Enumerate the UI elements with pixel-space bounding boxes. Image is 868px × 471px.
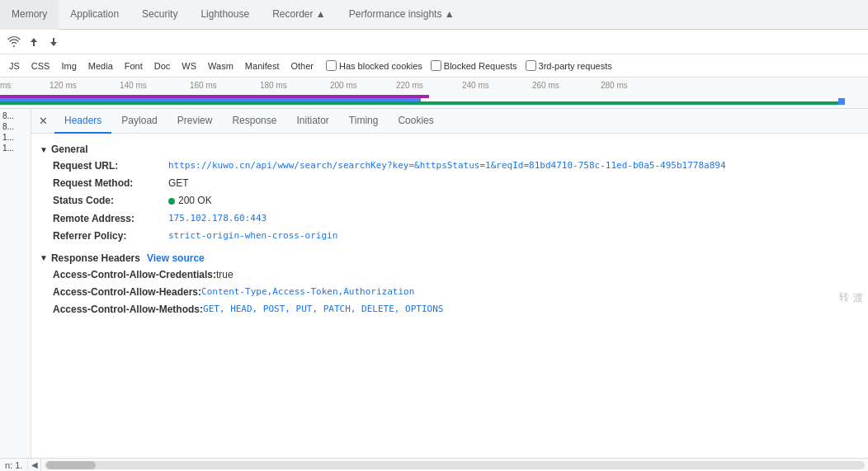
field-value-remote-address: 175.102.178.60:443 xyxy=(168,211,267,227)
field-value-allow-methods: GET, HEAD, POST, PUT, PATCH, DELETE, OPT… xyxy=(203,302,443,318)
timeline: ms 120 ms 140 ms 160 ms 180 ms 200 ms 22… xyxy=(0,78,868,109)
field-value-request-url[interactable]: https://kuwo.cn/api/www/search/searchKey… xyxy=(168,158,726,174)
general-section-header[interactable]: ▼ General xyxy=(40,144,860,155)
field-allow-headers: Access-Control-Allow-Headers: Content-Ty… xyxy=(40,285,860,300)
response-section-label: Response Headers xyxy=(51,252,140,264)
field-referrer-policy: Referrer Policy: strict-origin-when-cros… xyxy=(40,228,860,244)
tab-initiator[interactable]: Initiator xyxy=(286,109,338,134)
field-allow-methods: Access-Control-Allow-Methods: GET, HEAD,… xyxy=(40,302,860,318)
request-item-4[interactable]: 1... xyxy=(0,143,31,153)
detail-panel: ✕ Headers Payload Preview Response Initi… xyxy=(31,109,868,458)
tab-recorder[interactable]: Recorder ▲ xyxy=(261,0,337,30)
top-tabs: Memory Application Security Lighthouse R… xyxy=(0,0,868,30)
request-item-1[interactable]: 8... xyxy=(0,111,31,121)
tab-cookies[interactable]: Cookies xyxy=(388,109,443,134)
upload-icon[interactable] xyxy=(26,35,41,49)
field-label-remote-address: Remote Address: xyxy=(53,211,168,227)
general-section-label: General xyxy=(51,144,88,155)
download-icon[interactable] xyxy=(46,35,61,49)
timeline-label-260: 260 ms xyxy=(532,81,559,90)
response-arrow-icon: ▼ xyxy=(40,253,48,262)
wifi-icon[interactable] xyxy=(7,35,21,49)
field-value-request-method: GET xyxy=(168,176,189,191)
filter-media[interactable]: Media xyxy=(84,60,117,72)
content-area: 8... 8... 1... 1... ✕ Headers Payload Pr… xyxy=(0,109,868,458)
field-status-code: Status Code: 200 OK xyxy=(40,193,860,209)
timeline-label-280: 280 ms xyxy=(601,81,628,90)
timeline-label-160: 160 ms xyxy=(190,81,217,90)
tab-application[interactable]: Application xyxy=(59,0,130,30)
status-code-text: 200 OK xyxy=(178,193,212,209)
response-section-header[interactable]: ▼ Response Headers View source xyxy=(40,252,860,264)
request-item-2[interactable]: 8... xyxy=(0,121,31,132)
timeline-label-140: 140 ms xyxy=(120,81,147,90)
field-label-allow-headers: Access-Control-Allow-Headers: xyxy=(53,285,201,300)
timeline-label-220: 220 ms xyxy=(396,81,423,90)
filter-font[interactable]: Font xyxy=(120,60,147,72)
tab-timing[interactable]: Timing xyxy=(339,109,389,134)
tab-preview[interactable]: Preview xyxy=(167,109,223,134)
field-request-method: Request Method: GET xyxy=(40,176,860,191)
tab-performance-insights[interactable]: Performance insights ▲ xyxy=(337,0,466,30)
filter-doc[interactable]: Doc xyxy=(150,60,175,72)
field-label-allow-methods: Access-Control-Allow-Methods: xyxy=(53,302,203,318)
bottom-bar: n: 1. ◀ xyxy=(0,458,868,471)
tab-security[interactable]: Security xyxy=(130,0,189,30)
scroll-left-button[interactable]: ◀ xyxy=(28,459,41,472)
timeline-label-120: 120 ms xyxy=(50,81,77,90)
field-label-request-method: Request Method: xyxy=(53,176,168,191)
main-area: JS CSS Img Media Font Doc WS Wasm Manife… xyxy=(0,30,868,471)
field-label-allow-credentials: Access-Control-Allow-Credentials: xyxy=(53,267,216,283)
general-arrow-icon: ▼ xyxy=(40,145,48,154)
field-value-referrer-policy: strict-origin-when-cross-origin xyxy=(168,228,337,244)
timeline-bar-area xyxy=(0,97,868,108)
close-detail-button[interactable]: ✕ xyxy=(35,113,51,130)
checkbox-blocked-requests[interactable]: Blocked Requests xyxy=(431,60,517,71)
field-remote-address: Remote Address: 175.102.178.60:443 xyxy=(40,211,860,227)
tab-payload[interactable]: Payload xyxy=(111,109,167,134)
filter-manifest[interactable]: Manifest xyxy=(241,60,284,72)
scrollbar-track[interactable] xyxy=(45,461,865,469)
status-dot-icon xyxy=(168,198,175,205)
checkbox-third-party[interactable]: 3rd-party requests xyxy=(526,60,612,71)
tab-response[interactable]: Response xyxy=(222,109,286,134)
tab-lighthouse[interactable]: Lighthouse xyxy=(189,0,261,30)
field-value-allow-headers: Content-Type,Access-Token,Authorization xyxy=(201,285,414,300)
filter-other[interactable]: Other xyxy=(286,60,318,72)
timeline-label-240: 240 ms xyxy=(462,81,489,90)
scrollbar-thumb[interactable] xyxy=(46,461,96,469)
request-sidebar: 8... 8... 1... 1... xyxy=(0,109,31,458)
view-source-link[interactable]: View source xyxy=(147,252,205,264)
field-request-url: Request URL: https://kuwo.cn/api/www/sea… xyxy=(40,158,860,174)
timeline-bar-green xyxy=(0,101,843,105)
filter-img[interactable]: Img xyxy=(57,60,80,72)
field-value-allow-credentials: true xyxy=(216,267,234,283)
detail-tabs: ✕ Headers Payload Preview Response Initi… xyxy=(31,109,868,134)
checkbox-blocked-cookies[interactable]: Has blocked cookies xyxy=(326,60,422,71)
tab-headers[interactable]: Headers xyxy=(54,109,111,134)
field-label-status-code: Status Code: xyxy=(53,193,168,209)
timeline-label-200: 200 ms xyxy=(330,81,357,90)
tab-memory[interactable]: Memory xyxy=(0,0,59,30)
toolbar xyxy=(0,30,868,54)
timeline-marker xyxy=(838,98,845,105)
request-item-3[interactable]: 1... xyxy=(0,132,31,143)
field-allow-credentials: Access-Control-Allow-Credentials: true xyxy=(40,267,860,283)
timeline-label-180: 180 ms xyxy=(260,81,287,90)
field-value-status-code: 200 OK xyxy=(168,193,212,209)
detail-content: ▼ General Request URL: https://kuwo.cn/a… xyxy=(31,134,868,458)
filter-ws[interactable]: WS xyxy=(177,60,200,72)
filter-js[interactable]: JS xyxy=(5,60,24,72)
filter-css[interactable]: CSS xyxy=(27,60,54,72)
bottom-label: n: 1. xyxy=(0,460,28,470)
timeline-label-ms: ms xyxy=(0,81,11,90)
filter-wasm[interactable]: Wasm xyxy=(204,60,238,72)
filter-row: JS CSS Img Media Font Doc WS Wasm Manife… xyxy=(0,54,868,78)
field-label-request-url: Request URL: xyxy=(53,158,168,174)
field-label-referrer-policy: Referrer Policy: xyxy=(53,228,168,244)
